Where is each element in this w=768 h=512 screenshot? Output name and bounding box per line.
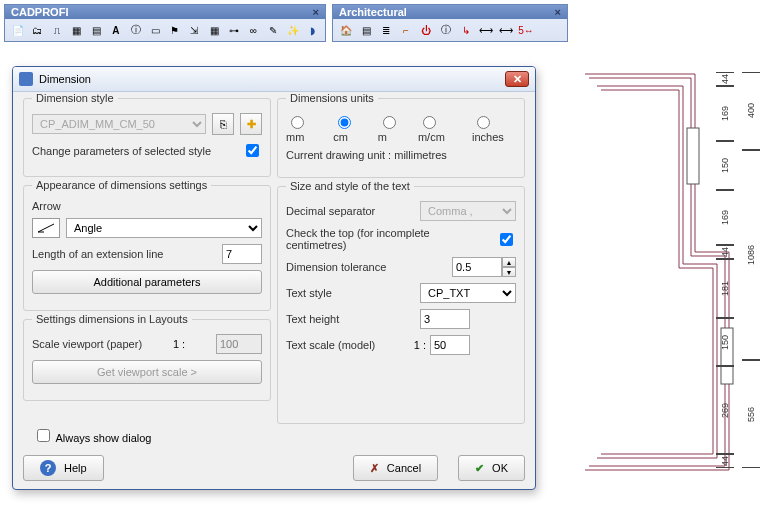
help-icon: ?	[40, 460, 56, 476]
arrow-label: Arrow	[32, 200, 61, 212]
unit-mcm[interactable]: m/cm	[418, 113, 458, 143]
architectural-icon-row: 🏠 ▤ ≣ ⌐ ⏻ ⓘ ↳ ⟷ ⟷ 5↔	[333, 19, 567, 41]
arrow-preview	[32, 218, 60, 238]
scale-vp-label: Scale viewport (paper)	[32, 338, 142, 350]
rect-icon[interactable]: ▭	[147, 22, 163, 38]
dialog-titlebar[interactable]: Dimension ✕	[13, 67, 535, 92]
unit-in[interactable]: inches	[472, 113, 516, 143]
wall-icon[interactable]: 🏠	[338, 22, 354, 38]
dec-sep-select: Comma ,	[420, 201, 516, 221]
group-legend: Dimension style	[32, 92, 118, 104]
link-icon[interactable]: ⊶	[226, 22, 242, 38]
dim-segment: 181	[716, 259, 734, 318]
dim-style-select: CP_ADIM_MM_CM_50	[32, 114, 206, 134]
architectural-toolbar-title: Architectural ×	[333, 5, 567, 19]
hatch-icon[interactable]: ▤	[89, 22, 105, 38]
check-top-label: Check the top (for incomplete centimetre…	[286, 227, 490, 251]
change-params-checkbox[interactable]	[246, 144, 259, 157]
dim-value: 169	[720, 210, 730, 225]
architectural-toolbar: Architectural × 🏠 ▤ ≣ ⌐ ⏻ ⓘ ↳ ⟷ ⟷ 5↔	[332, 4, 568, 42]
spin-down-icon[interactable]: ▼	[502, 267, 516, 277]
text-scale-label: Text scale (model)	[286, 339, 375, 351]
dimension-columns: 441691501694418115026944 4001086556	[716, 72, 760, 472]
dim-value: 44	[720, 74, 730, 84]
roof-icon[interactable]: ≣	[378, 22, 394, 38]
close-icon[interactable]: ×	[555, 6, 561, 18]
help-button[interactable]: ?Help	[23, 455, 104, 481]
dim-value: 181	[720, 281, 730, 296]
dialog-footer: ?Help ✗Cancel ✔OK	[23, 455, 525, 481]
pick-style-button[interactable]: ⎘	[212, 113, 234, 135]
group-legend: Appearance of dimensions settings	[32, 179, 211, 191]
furn-icon[interactable]: ⌐	[398, 22, 414, 38]
dim1-icon[interactable]: ⟷	[478, 22, 494, 38]
always-show-label[interactable]: Always show dialog	[33, 432, 151, 444]
always-show-checkbox[interactable]	[37, 429, 50, 442]
flag-icon[interactable]: ⚑	[167, 22, 183, 38]
check-icon: ✔	[475, 462, 484, 475]
group-legend: Dimensions units	[286, 92, 378, 104]
unit-m[interactable]: m	[378, 113, 404, 143]
unit-mm[interactable]: mm	[286, 113, 319, 143]
unit-cm[interactable]: cm	[333, 113, 363, 143]
spin-up-icon[interactable]: ▲	[502, 257, 516, 267]
dec-sep-label: Decimal separator	[286, 205, 375, 217]
title-text: CADPROFI	[11, 6, 68, 18]
layers-icon[interactable]: 🗂	[30, 22, 46, 38]
dim2-icon[interactable]: ⟷	[498, 22, 514, 38]
dim-value: 169	[720, 106, 730, 121]
dim5-icon[interactable]: 5↔	[518, 22, 534, 38]
check-top-checkbox[interactable]	[500, 233, 513, 246]
infinity-icon[interactable]: ∞	[246, 22, 262, 38]
doc-icon[interactable]: 📄	[10, 22, 26, 38]
additional-params-button[interactable]: Additional parameters	[32, 270, 262, 294]
dim-segment: 44	[716, 454, 734, 468]
ok-button[interactable]: ✔OK	[458, 455, 525, 481]
pipe-icon[interactable]: ⎍	[49, 22, 65, 38]
group-legend: Size and style of the text	[286, 180, 414, 192]
text-scale-input[interactable]	[430, 335, 470, 355]
text-height-label: Text height	[286, 313, 339, 325]
text-style-select[interactable]: CP_TXT	[420, 283, 516, 303]
scale-vp-input	[216, 334, 262, 354]
dim-segment: 556	[742, 360, 760, 468]
dialog-icon	[19, 72, 33, 86]
dim-segment: 44	[716, 245, 734, 259]
info2-icon[interactable]: ⓘ	[438, 22, 454, 38]
units-group: Dimensions units mm cm m m/cm inches Cur…	[277, 98, 525, 178]
text-group: Size and style of the text Decimal separ…	[277, 186, 525, 424]
get-viewport-scale-button: Get viewport scale >	[32, 360, 262, 384]
close-icon[interactable]: ×	[313, 6, 319, 18]
dim-segment: 400	[742, 72, 760, 150]
dim-value: 44	[720, 247, 730, 257]
svg-rect-2	[687, 128, 699, 184]
tolerance-spinner[interactable]: ▲▼	[452, 257, 516, 277]
close-button[interactable]: ✕	[505, 71, 529, 87]
dim-segment: 150	[716, 318, 734, 367]
cancel-button[interactable]: ✗Cancel	[353, 455, 438, 481]
text-icon[interactable]: A	[108, 22, 124, 38]
table-icon[interactable]: ▦	[206, 22, 222, 38]
pencil-icon[interactable]: ✎	[265, 22, 281, 38]
grid-icon[interactable]: ▦	[69, 22, 85, 38]
text-height-input[interactable]	[420, 309, 470, 329]
info-icon[interactable]: ⓘ	[128, 22, 144, 38]
dimension-dialog: Dimension ✕ Dimension style CP_ADIM_MM_C…	[12, 66, 536, 490]
cadprofi-toolbar: CADPROFI × 📄 🗂 ⎍ ▦ ▤ A ⓘ ▭ ⚑ ⇲ ▦ ⊶ ∞ ✎ ✨…	[4, 4, 326, 42]
dim-segment: 169	[716, 190, 734, 245]
ratio-prefix: 1 :	[414, 339, 426, 351]
change-params-label: Change parameters of selected style	[32, 145, 211, 157]
layouts-group: Settings dimensions in Layouts Scale vie…	[23, 319, 271, 401]
dim-value: 269	[720, 403, 730, 418]
add-style-button[interactable]: ✚	[240, 113, 262, 135]
dim-stack-outer: 4001086556	[742, 72, 760, 472]
ext-line-input[interactable]	[222, 244, 262, 264]
stairs-icon[interactable]: ▤	[358, 22, 374, 38]
wand-icon[interactable]: ✨	[285, 22, 301, 38]
app-icon[interactable]: ◗	[304, 22, 320, 38]
bracket-icon[interactable]: ↳	[458, 22, 474, 38]
arrow-select[interactable]: Angle	[66, 218, 262, 238]
plug-icon[interactable]: ⏻	[418, 22, 434, 38]
spread-icon[interactable]: ⇲	[187, 22, 203, 38]
tolerance-input[interactable]	[452, 257, 502, 277]
